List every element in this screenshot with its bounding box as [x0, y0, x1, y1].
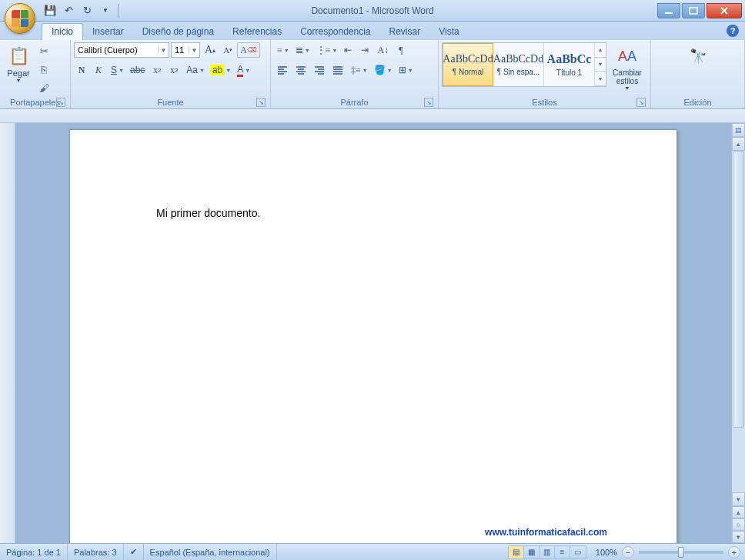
align-right-icon[interactable] — [311, 62, 328, 78]
align-left-icon[interactable] — [274, 62, 291, 78]
scroll-up-icon[interactable]: ▴ — [732, 137, 745, 151]
format-painter-icon[interactable]: 🖌 — [35, 79, 52, 96]
highlight-button[interactable]: ab▼ — [208, 62, 232, 78]
zoom-slider[interactable] — [639, 551, 723, 554]
superscript-button[interactable]: x2 — [166, 62, 182, 78]
status-language[interactable]: Español (España, internacional) — [144, 544, 277, 560]
zoom-out-button[interactable]: − — [622, 546, 634, 558]
bold-button[interactable]: N — [74, 62, 89, 78]
svg-rect-0 — [665, 12, 673, 14]
styles-group-label: Estilos↘ — [442, 96, 647, 108]
view-outline-icon[interactable]: ≡ — [555, 546, 570, 558]
strikethrough-button[interactable]: abc — [127, 62, 148, 78]
paste-button[interactable]: 📋 Pegar ▼ — [3, 42, 34, 85]
line-spacing-icon[interactable]: ‡≡▼ — [348, 62, 369, 78]
style-gallery-scroll[interactable]: ▴▾▾ — [595, 43, 606, 86]
font-name-combo[interactable]: Calibri (Cuerpo)▼ — [74, 42, 169, 58]
tab-referencias[interactable]: Referencias — [223, 24, 291, 40]
tab-inicio[interactable]: Inicio — [42, 23, 83, 40]
style-no-spacing[interactable]: AaBbCcDd ¶ Sin espa... — [493, 43, 544, 86]
grow-font-icon[interactable]: A▴ — [202, 42, 219, 58]
cut-icon[interactable]: ✂ — [35, 42, 52, 59]
scroll-track[interactable] — [732, 151, 745, 492]
subscript-button[interactable]: x2 — [149, 62, 165, 78]
increase-indent-icon[interactable]: ⇥ — [357, 42, 372, 58]
status-words[interactable]: Palabras: 3 — [68, 544, 124, 560]
underline-button[interactable]: S▼ — [108, 62, 125, 78]
zoom-in-button[interactable]: + — [728, 546, 740, 558]
view-web-icon[interactable]: ▥ — [540, 546, 555, 558]
group-editing: 🔭 Edición — [651, 40, 745, 108]
styles-launcher[interactable]: ↘ — [636, 98, 646, 107]
save-icon[interactable]: 💾 — [42, 2, 58, 19]
next-page-icon[interactable]: ▾ — [732, 531, 745, 543]
undo-icon[interactable]: ↶ — [60, 2, 77, 19]
ribbon-tabs: Inicio Insertar Diseño de página Referen… — [0, 22, 745, 40]
status-proofing-icon[interactable]: ✔ — [124, 544, 144, 560]
bullets-icon[interactable]: ≡▼ — [274, 42, 291, 58]
status-page[interactable]: Página: 1 de 1 — [0, 544, 68, 560]
change-styles-button[interactable]: AA Cambiar estilos ▼ — [608, 42, 646, 92]
font-group-label: Fuente↘ — [74, 96, 267, 108]
redo-icon[interactable]: ↻ — [79, 2, 95, 19]
font-launcher[interactable]: ↘ — [256, 98, 266, 107]
vertical-ruler[interactable] — [0, 123, 15, 543]
view-buttons: ▤ ▦ ▥ ≡ ▭ — [508, 545, 586, 559]
tab-diseno-pagina[interactable]: Diseño de página — [133, 24, 223, 40]
tab-revisar[interactable]: Revisar — [380, 24, 430, 40]
prev-page-icon[interactable]: ▴ — [732, 506, 745, 518]
clipboard-launcher[interactable]: ↘ — [56, 98, 65, 107]
show-marks-icon[interactable]: ¶ — [393, 42, 409, 58]
qat-customize-icon[interactable]: ▼ — [97, 2, 114, 19]
tab-correspondencia[interactable]: Correspondencia — [291, 24, 379, 40]
paragraph-group-label: Párrafo↘ — [274, 96, 435, 108]
close-button[interactable] — [707, 3, 742, 18]
multilevel-icon[interactable]: ⋮≡▼ — [313, 42, 339, 58]
view-draft-icon[interactable]: ▭ — [570, 546, 586, 558]
paragraph-launcher[interactable]: ↘ — [424, 98, 433, 107]
document-viewport[interactable]: Mi primer documento. www.tuinformaticafa… — [15, 123, 731, 543]
window-title: Documento1 - Microsoft Word — [311, 5, 433, 16]
align-center-icon[interactable] — [292, 62, 309, 78]
binoculars-icon: 🔭 — [686, 44, 710, 68]
tab-vista[interactable]: Vista — [429, 24, 468, 40]
horizontal-ruler[interactable] — [0, 109, 745, 123]
help-icon[interactable]: ? — [727, 25, 739, 37]
view-full-screen-icon[interactable]: ▦ — [524, 546, 540, 558]
maximize-button[interactable] — [682, 3, 705, 18]
font-size-combo[interactable]: 11▼ — [171, 42, 200, 58]
scroll-down-icon[interactable]: ▾ — [732, 492, 745, 506]
decrease-indent-icon[interactable]: ⇤ — [340, 42, 356, 58]
style-normal[interactable]: AaBbCcDd ¶ Normal — [443, 43, 493, 86]
tab-insertar[interactable]: Insertar — [83, 24, 133, 40]
select-browse-icon[interactable]: ○ — [732, 518, 745, 531]
shrink-font-icon[interactable]: A▾ — [220, 42, 236, 58]
clipboard-group-label: Portapapeles↘ — [3, 96, 67, 108]
style-gallery: AaBbCcDd ¶ Normal AaBbCcDd ¶ Sin espa...… — [442, 42, 606, 87]
zoom-level[interactable]: 100% — [596, 548, 617, 557]
sort-icon[interactable]: A↓ — [374, 42, 392, 58]
copy-icon[interactable]: ⎘ — [35, 61, 52, 78]
group-font: Calibri (Cuerpo)▼ 11▼ A▴ A▾ A⌫ N K S▼ ab… — [71, 40, 271, 108]
view-print-layout-icon[interactable]: ▤ — [509, 546, 524, 558]
shading-icon[interactable]: 🪣▼ — [371, 62, 394, 78]
numbering-icon[interactable]: ≣▼ — [292, 42, 312, 58]
document-text[interactable]: Mi primer documento. — [156, 207, 260, 219]
page[interactable]: Mi primer documento. www.tuinformaticafa… — [69, 129, 677, 543]
font-color-button[interactable]: A▼ — [234, 62, 252, 78]
clear-format-icon[interactable]: A⌫ — [237, 42, 260, 58]
office-button[interactable] — [5, 3, 35, 34]
change-case-button[interactable]: Aa▼ — [183, 62, 206, 78]
editing-group-label: Edición — [654, 96, 741, 108]
minimize-button[interactable] — [657, 3, 680, 18]
ruler-toggle-icon[interactable]: ▤ — [732, 123, 745, 137]
italic-button[interactable]: K — [91, 62, 106, 78]
scroll-thumb[interactable] — [733, 151, 744, 428]
style-heading1[interactable]: AaBbCc Título 1 — [544, 43, 595, 86]
find-button[interactable]: 🔭 — [683, 42, 713, 70]
align-justify-icon[interactable] — [329, 62, 346, 78]
vertical-scrollbar[interactable]: ▤ ▴ ▾ ▴ ○ ▾ — [731, 123, 745, 543]
clipboard-icon: 📋 — [6, 44, 31, 68]
borders-icon[interactable]: ⊞▼ — [396, 62, 415, 78]
document-area: Mi primer documento. www.tuinformaticafa… — [0, 123, 745, 543]
